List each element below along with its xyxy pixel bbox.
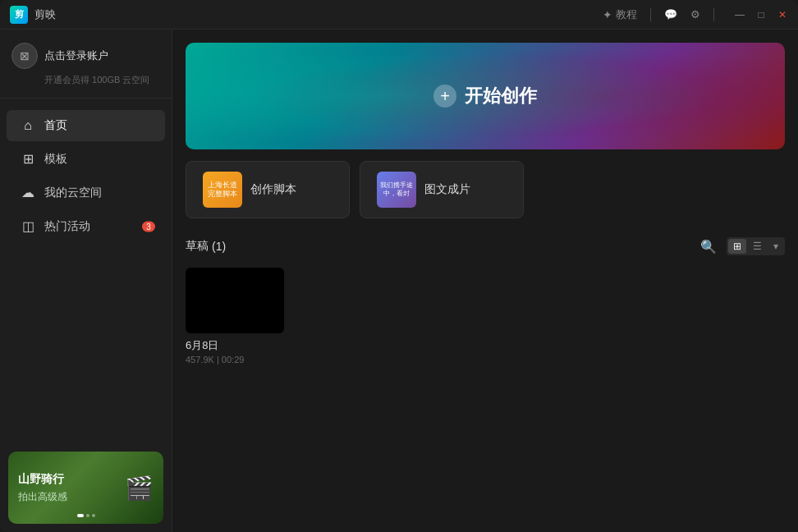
user-login-text[interactable]: 点击登录账户 bbox=[44, 48, 108, 63]
banner-text: 山野骑行 拍出高级感 bbox=[18, 472, 67, 504]
tutorial-button[interactable]: ✦ 教程 bbox=[603, 7, 637, 22]
sidebar-item-cloud[interactable]: ☁ 我的云空间 bbox=[7, 177, 165, 209]
titlebar-right: ✦ 教程 💬 ⚙ — □ ✕ bbox=[603, 7, 788, 22]
drafts-title: 草稿 bbox=[186, 239, 209, 254]
script-thumbnail: 上海长道完整脚本 bbox=[203, 172, 242, 208]
banner-dot-3 bbox=[92, 514, 95, 517]
action-card-image-to-video[interactable]: 我们携手途中，看封 图文成片 bbox=[360, 161, 524, 218]
search-button[interactable]: 🔍 bbox=[697, 235, 720, 258]
titlebar-left: 剪 剪映 bbox=[10, 6, 56, 24]
draft-item[interactable]: 6月8日 457.9K | 00:29 bbox=[186, 268, 284, 365]
quick-actions: 上海长道完整脚本 创作脚本 我们携手途中，看封 图文成片 bbox=[186, 161, 785, 218]
user-subtitle: 开通会员得 100GB 云空间 bbox=[11, 74, 160, 86]
action-label-script: 创作脚本 bbox=[250, 182, 296, 197]
banner-dot-1 bbox=[77, 514, 84, 517]
comment-button[interactable]: 💬 bbox=[664, 8, 677, 21]
drafts-title-area: 草稿 (1) bbox=[186, 239, 226, 254]
draft-meta: 457.9K | 00:29 bbox=[186, 355, 284, 365]
minimize-button[interactable]: — bbox=[734, 9, 745, 21]
hero-plus-icon: + bbox=[433, 85, 456, 108]
action-thumb-script: 上海长道完整脚本 bbox=[203, 172, 242, 208]
user-section: ⊠ 点击登录账户 开通会员得 100GB 云空间 bbox=[0, 30, 172, 99]
user-avatar: ⊠ bbox=[11, 43, 38, 69]
sidebar-item-templates-label: 模板 bbox=[44, 152, 67, 167]
banner-dots bbox=[77, 514, 95, 517]
drafts-header: 草稿 (1) 🔍 ⊞ ☰ ▾ bbox=[186, 235, 785, 258]
drafts-count: (1) bbox=[212, 240, 226, 253]
hero-banner[interactable]: + 开始创作 bbox=[186, 43, 785, 149]
events-icon: ◫ bbox=[20, 218, 36, 234]
view-chevron[interactable]: ▾ bbox=[768, 239, 783, 254]
draft-thumbnail bbox=[186, 268, 284, 333]
grid-view-button[interactable]: ⊞ bbox=[728, 239, 746, 254]
titlebar: 剪 剪映 ✦ 教程 💬 ⚙ — □ ✕ bbox=[0, 0, 798, 30]
user-login[interactable]: ⊠ 点击登录账户 bbox=[11, 43, 160, 69]
sidebar-item-events-label: 热门活动 bbox=[44, 219, 90, 234]
sidebar-banner[interactable]: 山野骑行 拍出高级感 🎬 bbox=[8, 452, 163, 524]
view-toggle: ⊞ ☰ ▾ bbox=[727, 237, 785, 255]
sidebar-item-home-label: 首页 bbox=[44, 118, 67, 133]
draft-size: 457.9K bbox=[186, 355, 214, 365]
sidebar: ⊠ 点击登录账户 开通会员得 100GB 云空间 ⌂ 首页 ⊞ 模板 ☁ 我的云… bbox=[0, 30, 172, 532]
banner-subtitle: 拍出高级感 bbox=[18, 490, 67, 504]
banner-dot-2 bbox=[86, 514, 89, 517]
draft-grid: 6月8日 457.9K | 00:29 bbox=[186, 268, 785, 365]
banner-icon: 🎬 bbox=[125, 475, 154, 502]
sidebar-item-templates[interactable]: ⊞ 模板 bbox=[7, 143, 165, 175]
draft-duration: 00:29 bbox=[222, 355, 245, 365]
draft-name: 6月8日 bbox=[186, 338, 284, 353]
layout: ⊠ 点击登录账户 开通会员得 100GB 云空间 ⌂ 首页 ⊞ 模板 ☁ 我的云… bbox=[0, 30, 798, 532]
titlebar-separator bbox=[650, 8, 651, 21]
action-label-image: 图文成片 bbox=[424, 182, 470, 197]
hero-text: 开始创作 bbox=[465, 84, 537, 108]
sidebar-item-home[interactable]: ⌂ 首页 bbox=[7, 110, 165, 141]
nav-section: ⌂ 首页 ⊞ 模板 ☁ 我的云空间 ◫ 热门活动 3 bbox=[0, 99, 172, 443]
user-icon-symbol: ⊠ bbox=[20, 49, 30, 62]
action-thumb-image: 我们携手途中，看封 bbox=[377, 172, 416, 208]
list-view-button[interactable]: ☰ bbox=[748, 239, 767, 254]
sidebar-item-events[interactable]: ◫ 热门活动 3 bbox=[7, 210, 165, 242]
templates-icon: ⊞ bbox=[20, 151, 36, 167]
hero-content: + 开始创作 bbox=[433, 84, 537, 108]
settings-button[interactable]: ⚙ bbox=[690, 8, 700, 21]
maximize-button[interactable]: □ bbox=[755, 9, 767, 21]
sidebar-item-cloud-label: 我的云空间 bbox=[44, 186, 102, 200]
home-icon: ⌂ bbox=[20, 118, 36, 133]
drafts-tools: 🔍 ⊞ ☰ ▾ bbox=[697, 235, 785, 258]
close-button[interactable]: ✕ bbox=[777, 9, 788, 21]
banner-title: 山野骑行 bbox=[18, 472, 67, 487]
drafts-section: 草稿 (1) 🔍 ⊞ ☰ ▾ 6月8日 bbox=[186, 235, 785, 365]
window-controls: — □ ✕ bbox=[734, 9, 788, 21]
app-logo: 剪 bbox=[10, 6, 28, 24]
app-title: 剪映 bbox=[34, 7, 56, 22]
cloud-icon: ☁ bbox=[20, 185, 36, 200]
action-card-script[interactable]: 上海长道完整脚本 创作脚本 bbox=[186, 161, 350, 218]
titlebar-separator2 bbox=[713, 8, 714, 21]
main-content: + 开始创作 上海长道完整脚本 创作脚本 我们携手途中，看封 bbox=[172, 30, 798, 532]
events-badge: 3 bbox=[142, 221, 155, 232]
image-thumbnail: 我们携手途中，看封 bbox=[377, 172, 416, 208]
